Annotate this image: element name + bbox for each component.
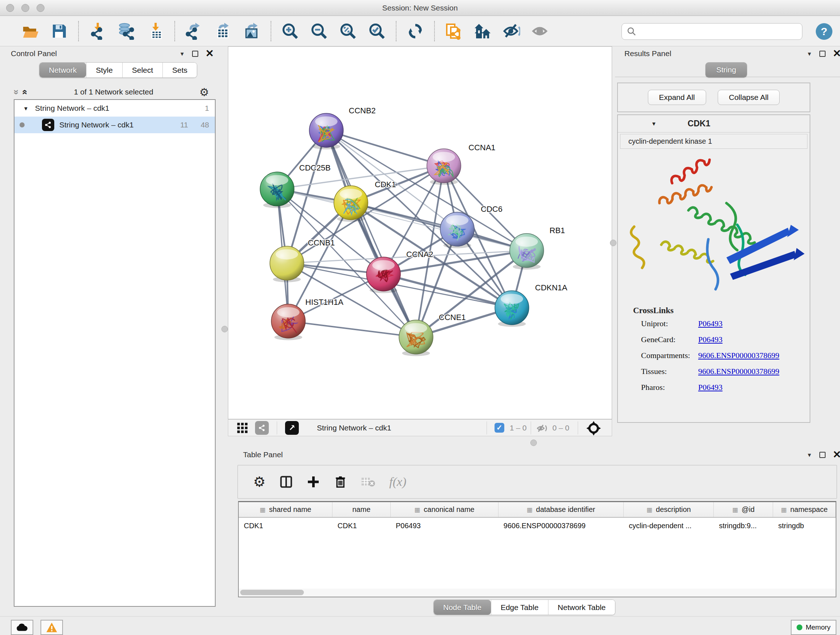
open-session-button[interactable] xyxy=(21,22,40,41)
home-neighbors-icon xyxy=(474,22,491,40)
collection-disclosure-icon[interactable]: ▼ xyxy=(23,105,28,111)
refresh-button[interactable] xyxy=(406,22,425,41)
control-panel-menu-caret-icon[interactable]: ▼ xyxy=(180,51,185,57)
open-in-new-window-icon[interactable] xyxy=(285,421,299,435)
import-network-file-button[interactable] xyxy=(88,22,107,41)
table-row[interactable]: CDK1CDK1P064939606.ENSP00000378699cyclin… xyxy=(239,518,836,534)
horizontal-splitter-handle[interactable] xyxy=(531,440,537,446)
network-row-selected[interactable]: String Network – cdk1 11 48 xyxy=(14,117,215,133)
add-column-icon[interactable] xyxy=(307,475,320,488)
network-style-chip-icon[interactable] xyxy=(255,421,269,435)
tab-style[interactable]: Style xyxy=(86,63,122,78)
cloud-button[interactable] xyxy=(11,620,33,635)
title-bar: Session: New Session xyxy=(0,0,840,16)
network-canvas[interactable]: CCNB2CCNA1CDC25BCDK1CDC6RB1CCNB1CCNA2CDK… xyxy=(228,46,612,419)
expand-all-networks-icon[interactable]: « xyxy=(19,89,31,95)
column-header-@id[interactable]: ▦@id xyxy=(714,502,773,517)
show-columns-icon[interactable] xyxy=(279,475,293,489)
import-network-database-button[interactable] xyxy=(117,22,136,41)
cdk1-disclosure-icon[interactable]: ▼ xyxy=(651,120,657,127)
network-node-CCNE1[interactable] xyxy=(399,320,433,356)
crosslink-link[interactable]: 9606.ENSP00000378699 xyxy=(698,367,779,376)
network-options-gear-icon[interactable]: ⚙ xyxy=(199,86,209,98)
export-image-button[interactable] xyxy=(242,22,261,41)
column-header-shared-name[interactable]: ▦shared name xyxy=(239,502,332,517)
network-node-CDC6[interactable] xyxy=(440,212,474,249)
tab-select[interactable]: Select xyxy=(122,63,163,78)
search-input[interactable] xyxy=(637,27,793,36)
column-header-name[interactable]: name xyxy=(332,502,391,517)
hide-selected-button[interactable] xyxy=(502,22,521,41)
home-neighbors-button[interactable] xyxy=(473,22,492,41)
network-node-HIST1H1A[interactable] xyxy=(271,304,305,340)
table-panel-close-icon[interactable]: ✕ xyxy=(833,451,840,458)
results-panel-menu-caret-icon[interactable]: ▼ xyxy=(807,51,812,57)
warnings-button[interactable] xyxy=(41,620,63,635)
tab-sets[interactable]: Sets xyxy=(163,63,197,78)
node-label-CCNA1: CCNA1 xyxy=(469,143,496,152)
node-table[interactable]: ▦shared namename▦canonical name▦database… xyxy=(238,501,836,597)
zoom-fit-button[interactable] xyxy=(339,22,357,41)
network-label: String Network – cdk1 xyxy=(59,120,134,129)
grid-view-icon[interactable] xyxy=(236,422,248,434)
column-header-namespace[interactable]: ▦namespace xyxy=(773,502,836,517)
expand-all-button[interactable]: Expand All xyxy=(648,90,706,105)
tab-edge-table[interactable]: Edge Table xyxy=(491,600,548,615)
search-field[interactable] xyxy=(622,23,802,40)
crosslink-link[interactable]: P06493 xyxy=(698,383,722,392)
network-node-CCNB1[interactable] xyxy=(270,246,304,282)
results-panel-float-icon[interactable] xyxy=(819,51,826,57)
toolbar-buttons xyxy=(0,21,555,41)
tab-network-table[interactable]: Network Table xyxy=(548,600,615,615)
column-header-description[interactable]: ▦description xyxy=(624,502,714,517)
crosslink-link[interactable]: P06493 xyxy=(698,335,722,344)
column-header-database-identifier[interactable]: ▦database identifier xyxy=(499,502,624,517)
zoom-in-button[interactable] xyxy=(281,22,300,41)
control-panel-close-icon[interactable]: ✕ xyxy=(205,50,214,57)
left-splitter-handle[interactable] xyxy=(221,326,228,333)
network-node-CDKN1A[interactable] xyxy=(495,291,529,327)
save-session-button[interactable] xyxy=(50,22,69,41)
results-panel-close-icon[interactable]: ✕ xyxy=(833,50,840,57)
network-node-CDC25B[interactable] xyxy=(260,172,294,208)
collapse-all-button[interactable]: Collapse All xyxy=(718,90,780,105)
table-cell: cyclin-dependent ... xyxy=(624,518,714,534)
crosslink-link[interactable]: 9606.ENSP00000378699 xyxy=(698,351,779,360)
tab-network[interactable]: Network xyxy=(39,63,86,78)
tab-node-table[interactable]: Node Table xyxy=(434,600,491,615)
birds-eye-view-icon[interactable] xyxy=(586,421,601,435)
import-table-file-icon xyxy=(147,22,164,40)
network-node-CCNA1[interactable] xyxy=(427,149,461,185)
column-header-canonical-name[interactable]: ▦canonical name xyxy=(391,502,499,517)
table-options-gear-icon[interactable]: ⚙ xyxy=(253,474,265,490)
table-header-row: ▦shared namename▦canonical name▦database… xyxy=(239,502,836,518)
crosslink-row: Uniprot: P06493 xyxy=(641,319,810,328)
node-label-CCNB2: CCNB2 xyxy=(349,106,376,115)
network-node-CCNA2[interactable] xyxy=(366,257,401,293)
string-network-graph[interactable]: CCNB2CCNA1CDC25BCDK1CDC6RB1CCNB1CCNA2CDK… xyxy=(228,47,612,419)
network-edge[interactable] xyxy=(288,321,416,337)
memory-button[interactable]: Memory xyxy=(791,620,836,635)
network-collection-row[interactable]: ▼ String Network – cdk1 1 xyxy=(14,100,215,117)
crosslink-label: Compartments: xyxy=(641,351,698,360)
help-button[interactable]: ? xyxy=(816,23,832,40)
table-panel-menu-caret-icon[interactable]: ▼ xyxy=(807,452,812,458)
selected-nodes-checkbox-icon[interactable]: ✓ xyxy=(494,423,504,432)
table-horizontal-scrollbar[interactable] xyxy=(238,589,836,597)
import-table-file-button[interactable] xyxy=(146,22,165,41)
zoom-out-button[interactable] xyxy=(309,22,328,41)
open-session-icon xyxy=(22,22,39,40)
clone-network-button[interactable] xyxy=(444,22,463,41)
show-all-button[interactable] xyxy=(531,22,550,41)
network-node-RB1[interactable] xyxy=(510,233,544,270)
delete-column-trash-icon[interactable] xyxy=(333,475,347,489)
tab-string[interactable]: String xyxy=(706,62,747,78)
export-table-button[interactable] xyxy=(213,22,232,41)
crosslink-row: GeneCard: P06493 xyxy=(641,335,810,344)
table-panel-float-icon[interactable] xyxy=(819,452,826,458)
control-panel-float-icon[interactable] xyxy=(192,51,198,57)
crosslink-link[interactable]: P06493 xyxy=(698,319,722,328)
zoom-selected-button[interactable] xyxy=(368,22,386,41)
import-network-database-icon xyxy=(118,22,135,40)
export-network-button[interactable] xyxy=(185,22,203,41)
